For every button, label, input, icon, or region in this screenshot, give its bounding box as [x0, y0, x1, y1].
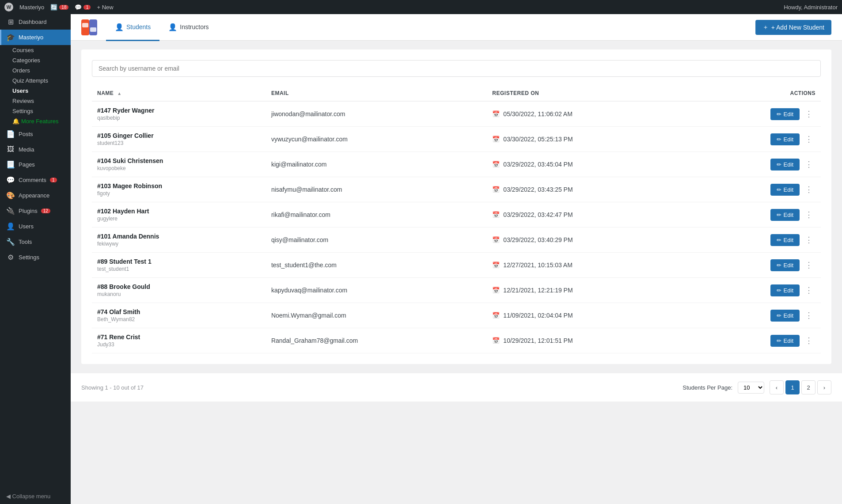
sidebar-item-tools[interactable]: 🔧 Tools — [0, 234, 71, 250]
edit-student-button[interactable]: ✏ Edit — [770, 209, 800, 221]
wp-logo-link[interactable]: W — [4, 3, 13, 11]
comments-badge: 1 — [83, 5, 91, 10]
table-row: #103 Magee Robinson figoty nisafymu@mail… — [92, 177, 821, 202]
sidebar-item-label: Media — [19, 146, 34, 153]
student-date: 12/21/2021, 12:21:19 PM — [503, 287, 573, 294]
more-actions-button[interactable]: ⋮ — [802, 234, 815, 246]
page-tabs: 👤 Students 👤 Instructors — [106, 14, 218, 41]
content-card: NAME ▲ EMAIL REGISTERED ON ACTIONS #147 … — [81, 49, 831, 364]
student-name: #103 Magee Robinson — [97, 182, 261, 189]
sidebar-item-settings-wp[interactable]: ⚙ Settings — [0, 250, 71, 265]
calendar-icon: 📅 — [492, 136, 500, 143]
more-actions-button[interactable]: ⋮ — [802, 310, 815, 321]
edit-student-button[interactable]: ✏ Edit — [770, 259, 800, 271]
student-date: 10/29/2021, 12:01:51 PM — [503, 337, 573, 344]
edit-student-button[interactable]: ✏ Edit — [770, 159, 800, 171]
more-actions-button[interactable]: ⋮ — [802, 108, 815, 120]
table-row: #104 Suki Christensen kuvopobeke kigi@ma… — [92, 152, 821, 177]
sidebar-item-masteriyo[interactable]: 🎓 Masteriyo — [0, 30, 71, 45]
student-username: student123 — [97, 140, 261, 146]
sidebar-item-categories[interactable]: Categories — [0, 55, 71, 65]
new-label: + New — [97, 4, 113, 11]
edit-student-button[interactable]: ✏ Edit — [770, 335, 800, 347]
sidebar-item-users[interactable]: Users — [0, 86, 71, 96]
sidebar-item-more-features[interactable]: 🔔More Features — [0, 116, 71, 126]
sidebar-item-label: Appearance — [19, 192, 49, 199]
edit-label: Edit — [784, 161, 793, 168]
sidebar-item-pages[interactable]: 📃 Pages — [0, 157, 71, 172]
comments-link[interactable]: 💬 1 — [75, 4, 91, 11]
edit-student-button[interactable]: ✏ Edit — [770, 234, 800, 246]
student-name-cell: #89 Student Test 1 test_student1 — [92, 253, 266, 278]
edit-student-button[interactable]: ✏ Edit — [770, 310, 800, 322]
edit-icon: ✏ — [777, 337, 781, 344]
more-actions-button[interactable]: ⋮ — [802, 159, 815, 170]
sidebar-item-posts[interactable]: 📄 Posts — [0, 126, 71, 142]
per-page-label: Students Per Page: — [683, 384, 732, 391]
more-actions-button[interactable]: ⋮ — [802, 259, 815, 271]
comments-nav-icon: 💬 — [6, 176, 15, 184]
edit-label: Edit — [784, 212, 793, 218]
admin-bar: W Masteriyo 🔄 18 💬 1 + New Howdy, Admini… — [0, 0, 842, 14]
plugins-icon: 🔌 — [6, 207, 15, 215]
student-name: #101 Amanda Dennis — [97, 233, 261, 240]
sidebar-item-users-wp[interactable]: 👤 Users — [0, 219, 71, 234]
edit-student-button[interactable]: ✏ Edit — [770, 108, 800, 120]
prev-page-button[interactable]: ‹ — [770, 380, 784, 394]
calendar-icon: 📅 — [492, 287, 500, 294]
sidebar-item-orders[interactable]: Orders — [0, 65, 71, 76]
edit-student-button[interactable]: ✏ Edit — [770, 133, 800, 145]
edit-label: Edit — [784, 186, 793, 193]
edit-label: Edit — [784, 287, 793, 294]
tab-instructors[interactable]: 👤 Instructors — [159, 15, 217, 41]
student-email-cell: jiwonodan@mailinator.com — [266, 101, 487, 127]
pagination-right: Students Per Page: 10 20 50 100 ‹ 1 2 › — [683, 380, 831, 394]
main-content: 👤 Students 👤 Instructors ＋ + Add New Stu… — [71, 14, 842, 504]
student-email-cell: kigi@mailinator.com — [266, 152, 487, 177]
edit-student-button[interactable]: ✏ Edit — [770, 184, 800, 196]
search-input[interactable] — [92, 60, 821, 77]
sidebar-item-comments[interactable]: 💬 Comments 1 — [0, 172, 71, 188]
users-wp-icon: 👤 — [6, 222, 15, 231]
more-actions-button[interactable]: ⋮ — [802, 133, 815, 145]
sidebar-item-appearance[interactable]: 🎨 Appearance — [0, 188, 71, 203]
tab-students[interactable]: 👤 Students — [106, 15, 159, 41]
sidebar-item-courses[interactable]: Courses — [0, 45, 71, 55]
student-name-cell: #74 Olaf Smith Beth_Wyman82 — [92, 303, 266, 328]
howdy-text: Howdy, Administrator — [779, 0, 842, 14]
edit-icon: ✏ — [777, 312, 781, 319]
student-username: kuvopobeke — [97, 165, 261, 171]
more-actions-button[interactable]: ⋮ — [802, 284, 815, 296]
page-2-button[interactable]: 2 — [801, 380, 815, 394]
per-page-select[interactable]: 10 20 50 100 — [738, 382, 764, 394]
student-name-cell: #147 Ryder Wagner qaslbebip — [92, 101, 266, 127]
student-actions-cell: ✏ Edit ⋮ — [694, 278, 821, 303]
sidebar-item-media[interactable]: 🖼 Media — [0, 142, 71, 157]
svg-rect-2 — [82, 23, 88, 27]
appearance-icon: 🎨 — [6, 191, 15, 200]
more-actions-button[interactable]: ⋮ — [802, 335, 815, 346]
site-name-link[interactable]: Masteriyo — [19, 4, 44, 11]
sidebar-item-dashboard[interactable]: ⊞ Dashboard — [0, 14, 71, 30]
sidebar-item-plugins[interactable]: 🔌 Plugins 12 — [0, 203, 71, 219]
notifications-link[interactable]: 🔄 18 — [50, 4, 68, 11]
collapse-menu-button[interactable]: ◀ Collapse menu — [0, 489, 71, 504]
new-content-link[interactable]: + New — [97, 4, 113, 11]
more-features-icon: 🔔 — [12, 118, 19, 125]
student-name: #74 Olaf Smith — [97, 308, 261, 315]
edit-label: Edit — [784, 136, 793, 143]
student-email-cell: rikafi@mailinator.com — [266, 202, 487, 227]
edit-student-button[interactable]: ✏ Edit — [770, 284, 800, 296]
add-new-student-button[interactable]: ＋ + Add New Student — [755, 20, 831, 35]
sidebar-item-reviews[interactable]: Reviews — [0, 96, 71, 106]
edit-icon: ✏ — [777, 212, 781, 218]
page-1-button[interactable]: 1 — [785, 380, 800, 394]
more-actions-button[interactable]: ⋮ — [802, 209, 815, 220]
table-row: #74 Olaf Smith Beth_Wyman82 Noemi.Wyman@… — [92, 303, 821, 328]
more-actions-button[interactable]: ⋮ — [802, 184, 815, 195]
sidebar-item-settings[interactable]: Settings — [0, 106, 71, 116]
next-page-button[interactable]: › — [817, 380, 831, 394]
sidebar-item-quiz-attempts[interactable]: Quiz Attempts — [0, 76, 71, 86]
comments-nav-badge: 1 — [50, 178, 57, 182]
student-actions-cell: ✏ Edit ⋮ — [694, 202, 821, 227]
